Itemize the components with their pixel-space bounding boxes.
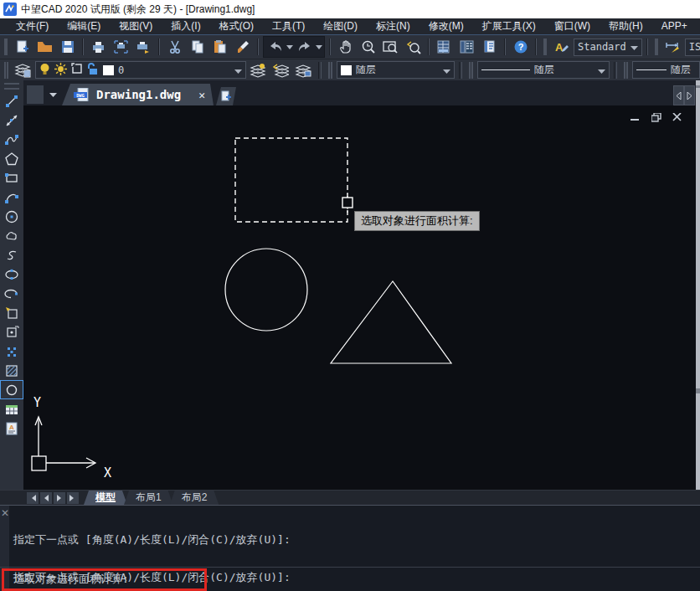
copy-button[interactable] — [187, 37, 208, 57]
arc-icon[interactable] — [0, 188, 23, 207]
toolbar-grip[interactable] — [624, 62, 628, 79]
toolbar-grip[interactable] — [4, 83, 19, 90]
layer-plot-icon[interactable] — [71, 63, 83, 77]
linetype-select[interactable]: 随层 — [477, 61, 610, 79]
lineweight-select[interactable]: 随层 — [632, 61, 700, 79]
menu-app-plus[interactable]: APP+ — [652, 18, 697, 35]
toolbar-grip[interactable] — [469, 62, 473, 79]
menu-window[interactable]: 窗口(W) — [545, 18, 600, 35]
revision-cloud-icon[interactable] — [0, 226, 23, 245]
layer-previous-button[interactable] — [270, 60, 291, 80]
menu-modify[interactable]: 修改(M) — [419, 18, 473, 35]
close-icon[interactable] — [672, 112, 682, 122]
insert-block-icon[interactable] — [0, 303, 23, 322]
drawing-canvas[interactable]: Y X 选取对象进行面积计算: — [23, 105, 696, 490]
zoom-realtime-button[interactable] — [358, 37, 378, 57]
circle-icon[interactable] — [0, 207, 23, 226]
table-icon[interactable] — [0, 399, 23, 419]
toolbar-grip[interactable] — [4, 62, 8, 79]
doc-tab-drawing1[interactable]: DWG Drawing1.dwg ✕ — [62, 84, 214, 105]
donut-icon[interactable] — [0, 380, 23, 399]
tab-layout1[interactable]: 布局1 — [124, 491, 173, 505]
zoom-previous-button[interactable] — [403, 37, 424, 57]
tab-dropdown-button[interactable] — [45, 85, 60, 104]
polyline-icon[interactable] — [0, 130, 23, 149]
undo-button[interactable] — [265, 37, 286, 57]
command-close-icon[interactable]: ✕ — [1, 507, 9, 519]
cut-button[interactable] — [164, 37, 185, 57]
properties-button[interactable] — [434, 37, 455, 57]
menu-insert[interactable]: 插入(I) — [162, 18, 209, 35]
help-button[interactable]: ? — [510, 37, 531, 57]
menu-tools[interactable]: 工具(T) — [263, 18, 314, 35]
layer-properties-button[interactable] — [13, 60, 33, 80]
rectangle-icon[interactable] — [0, 168, 23, 188]
ellipse-icon[interactable] — [0, 265, 23, 284]
menu-draw[interactable]: 绘图(D) — [314, 18, 367, 35]
dim-style-select[interactable]: ISO-25 — [685, 39, 700, 56]
command-input[interactable]: 选取对象进行面积计算: — [13, 572, 692, 587]
menu-file[interactable]: 文件(F) — [7, 18, 58, 35]
tab-scroll-right-icon[interactable] — [684, 85, 695, 105]
layer-select[interactable]: 0 — [35, 61, 246, 79]
undo-dropdown[interactable] — [286, 37, 294, 57]
tab-model[interactable]: 模型 — [84, 491, 127, 505]
menu-format[interactable]: 格式(O) — [210, 18, 263, 35]
line-tool-icon[interactable] — [0, 91, 23, 110]
vertical-scrollbar[interactable] — [696, 80, 700, 490]
text-style-button[interactable]: A — [551, 37, 572, 57]
last-tab-icon[interactable] — [67, 492, 79, 504]
toolbar-grip[interactable] — [328, 62, 332, 79]
toolbar-grip[interactable] — [655, 39, 658, 55]
layer-unlock-icon[interactable] — [87, 63, 99, 78]
publish-button[interactable] — [133, 37, 154, 57]
toolbar-grip[interactable] — [543, 39, 547, 55]
pan-button[interactable] — [335, 37, 356, 57]
spline-icon[interactable] — [0, 245, 23, 265]
toolbar-grip[interactable] — [4, 39, 8, 55]
redo-dropdown[interactable] — [315, 37, 323, 57]
paste-button[interactable] — [209, 37, 230, 57]
make-block-icon[interactable] — [0, 322, 23, 342]
menu-dimension[interactable]: 标注(N) — [367, 18, 419, 35]
tab-scroll-left-icon[interactable] — [673, 85, 684, 105]
layer-freeze-sun-icon[interactable] — [54, 63, 67, 78]
color-select[interactable]: 随层 — [337, 61, 455, 79]
zoom-window-button[interactable] — [380, 37, 401, 57]
hatch-icon[interactable] — [0, 361, 23, 380]
layer-isolate-button[interactable] — [293, 60, 314, 80]
tab-close-icon[interactable]: ✕ — [198, 89, 205, 101]
plot-button[interactable] — [88, 37, 109, 57]
mtext-icon[interactable]: A — [0, 419, 23, 438]
document-area: DWG Drawing1.dwg ✕ — [23, 80, 700, 490]
layer-on-bulb-icon[interactable] — [39, 63, 50, 78]
design-center-button[interactable] — [456, 37, 477, 57]
tab-list-button[interactable] — [27, 85, 44, 104]
dim-style-button[interactable] — [662, 37, 683, 57]
menu-edit[interactable]: 编辑(E) — [58, 18, 110, 35]
construction-line-icon[interactable] — [0, 110, 23, 130]
open-button[interactable] — [34, 37, 55, 57]
redo-button[interactable] — [294, 37, 315, 57]
ellipse-arc-icon[interactable] — [0, 284, 23, 303]
tab-layout2[interactable]: 布局2 — [170, 491, 219, 505]
next-tab-icon[interactable] — [54, 492, 65, 504]
minimize-icon[interactable] — [630, 112, 641, 122]
prev-tab-icon[interactable] — [40, 492, 52, 504]
menu-express-tools[interactable]: 扩展工具(X) — [473, 18, 545, 35]
save-button[interactable] — [57, 37, 78, 57]
new-tab-button[interactable] — [216, 87, 236, 105]
first-tab-icon[interactable] — [27, 492, 39, 504]
match-properties-button[interactable] — [232, 37, 253, 57]
layer-states-button[interactable] — [248, 60, 269, 80]
menu-help[interactable]: 帮助(H) — [600, 18, 652, 35]
restore-icon[interactable] — [651, 112, 661, 122]
text-style-select[interactable]: Standard — [574, 39, 642, 56]
menu-view[interactable]: 视图(V) — [110, 18, 162, 35]
tool-palettes-button[interactable] — [479, 37, 500, 57]
point-icon[interactable] — [0, 342, 23, 361]
new-button[interactable] — [12, 37, 33, 57]
toolbar-separator — [329, 39, 331, 55]
polygon-icon[interactable] — [0, 149, 23, 168]
plot-preview-button[interactable] — [111, 37, 131, 57]
